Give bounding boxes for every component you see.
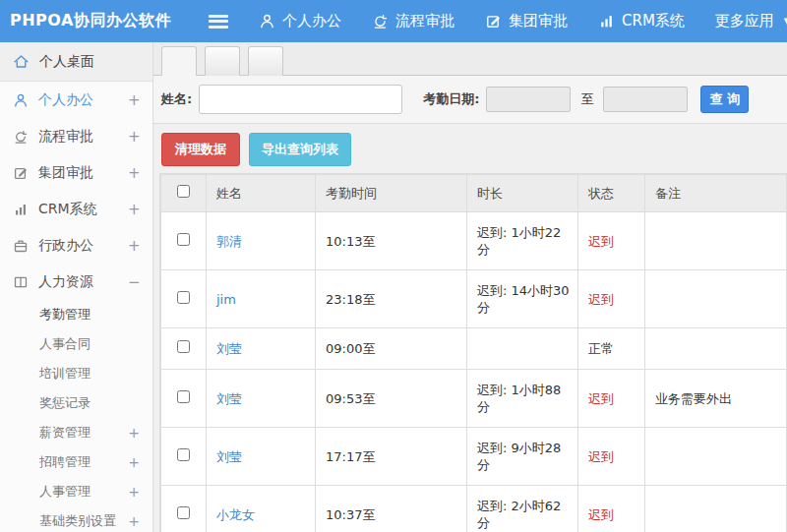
expand-toggle-icon[interactable]: + (128, 91, 140, 109)
nav-item[interactable]: CRM系统 (598, 12, 685, 30)
employee-name-link[interactable]: 郭清 (216, 234, 242, 249)
sidebar-submenu-item[interactable]: 考勤管理 (0, 300, 152, 329)
sidebar-menu: 个人办公 + 流程审批 + 集团审批 + CRM系统 + 行政办公 + 人力资源… (0, 82, 152, 300)
expand-toggle-icon[interactable]: + (128, 454, 140, 470)
sidebar-submenu-item[interactable]: 奖惩记录 (0, 388, 152, 418)
attendance-time-cell: 23:18至 (316, 270, 467, 328)
submenu-item-label: 培训管理 (39, 365, 91, 383)
table-row: 刘莹 09:00至 正常 (161, 328, 787, 370)
status-cell: 正常 (578, 328, 645, 370)
sidebar-item-label: 行政办公 (38, 237, 93, 255)
row-checkbox[interactable] (177, 390, 190, 403)
search-button[interactable]: 查 询 (700, 86, 749, 113)
submenu-item-label: 考勤管理 (39, 306, 91, 324)
clear-data-button[interactable]: 清理数据 (161, 133, 240, 166)
submenu-item-label: 人事合同 (39, 335, 91, 353)
row-checkbox-cell (161, 486, 207, 532)
sidebar-submenu-item[interactable]: 薪资管理 + (0, 418, 152, 447)
main-content: 姓名: 考勤日期: 至 查 询 清理数据 导出查询列表 姓名考勤 (153, 42, 787, 532)
select-all-cell (161, 175, 207, 212)
chart-icon (13, 202, 29, 217)
tab[interactable] (161, 46, 197, 77)
expand-toggle-icon[interactable]: + (128, 425, 140, 441)
submenu-item-label: 基础类别设置 (39, 512, 116, 530)
sidebar-submenu-item[interactable]: 基础类别设置 + (0, 506, 152, 532)
tab[interactable] (248, 46, 283, 76)
status-cell: 迟到 (578, 370, 645, 428)
status-text: 迟到 (588, 449, 614, 464)
table-row: 郭清 10:13至 迟到: 1小时22分 迟到 (161, 212, 787, 270)
search-form: 姓名: 考勤日期: 至 查 询 (153, 76, 787, 124)
sidebar-submenu-item[interactable]: 人事管理 + (0, 477, 152, 506)
action-toolbar: 清理数据 导出查询列表 (161, 133, 779, 166)
user-icon (13, 92, 29, 108)
submenu-item-label: 人事管理 (39, 483, 91, 501)
nav-item-label: 个人办公 (282, 12, 341, 30)
table-row: jim 23:18至 迟到: 14小时30分 迟到 (161, 270, 787, 328)
name-input[interactable] (199, 85, 402, 114)
date-to-input[interactable] (603, 87, 688, 112)
export-list-button[interactable]: 导出查询列表 (249, 133, 351, 166)
sidebar-item-desktop[interactable]: 个人桌面 (0, 42, 152, 82)
employee-name-link[interactable]: 刘莹 (216, 341, 242, 356)
expand-toggle-icon[interactable]: + (128, 201, 140, 218)
table-row: 刘莹 09:53至 迟到: 1小时88分 迟到 业务需要外出 (161, 370, 787, 428)
employee-name-link[interactable]: 刘莹 (216, 391, 242, 406)
to-label: 至 (580, 90, 593, 108)
expand-toggle-icon[interactable]: + (128, 164, 140, 182)
sidebar-item[interactable]: 个人办公 + (0, 82, 152, 118)
sidebar-item[interactable]: 集团审批 + (0, 154, 152, 191)
sidebar: 个人桌面 个人办公 + 流程审批 + 集团审批 + CRM系统 + 行政办公 +… (0, 42, 153, 532)
sidebar-item[interactable]: CRM系统 + (0, 191, 152, 227)
nav-item[interactable]: 流程审批 (372, 12, 454, 30)
duration-cell (467, 328, 578, 370)
sidebar-submenu: 考勤管理 人事合同 培训管理 奖惩记录 薪资管理 + 招聘管理 + 人事管理 +… (0, 300, 152, 532)
expand-toggle-icon[interactable]: + (128, 513, 140, 529)
employee-name-link[interactable]: 刘莹 (216, 449, 242, 464)
date-from-input[interactable] (486, 87, 571, 112)
expand-toggle-icon[interactable]: + (128, 128, 140, 146)
attendance-time-cell: 17:17至 (316, 428, 467, 486)
sidebar-submenu-item[interactable]: 招聘管理 + (0, 447, 152, 477)
employee-name-link[interactable]: jim (216, 292, 236, 307)
select-all-checkbox[interactable] (177, 185, 190, 198)
nav-item[interactable]: 集团审批 (485, 12, 568, 30)
attendance-time-cell: 09:00至 (316, 328, 467, 370)
sidebar-submenu-item[interactable]: 人事合同 (0, 329, 152, 359)
table-row: 刘莹 17:17至 迟到: 9小时28分 迟到 (161, 428, 787, 486)
nav-item-label: 集团审批 (509, 12, 568, 30)
status-cell: 迟到 (578, 486, 645, 532)
employee-name-link[interactable]: 小龙女 (216, 507, 255, 522)
tab[interactable] (205, 46, 240, 76)
nav-item[interactable]: 更多应用 (715, 12, 774, 30)
sidebar-item[interactable]: 行政办公 + (0, 227, 152, 264)
expand-toggle-icon[interactable]: + (128, 237, 140, 255)
nav-menu: 个人办公 流程审批 集团审批 CRM系统 更多应用 (228, 12, 774, 30)
row-checkbox-cell (161, 370, 207, 428)
attendance-time-cell: 10:13至 (316, 212, 467, 270)
sidebar-item-label: 个人桌面 (39, 53, 94, 71)
status-text: 迟到 (588, 391, 614, 406)
home-icon (13, 53, 30, 70)
row-checkbox[interactable] (177, 340, 190, 353)
attendance-time-cell: 09:53至 (316, 370, 467, 428)
status-text: 正常 (588, 341, 614, 356)
duration-cell: 迟到: 9小时28分 (467, 428, 578, 486)
expand-toggle-icon[interactable]: − (128, 273, 140, 291)
sidebar-item[interactable]: 流程审批 + (0, 118, 152, 154)
nav-item[interactable]: 个人办公 (259, 12, 341, 30)
sidebar-item-label: CRM系统 (38, 201, 97, 218)
hamburger-menu-icon[interactable] (209, 15, 228, 29)
note-cell: 业务需要外出 (645, 370, 787, 428)
app-title: PHPOA协同办公软件 (0, 11, 209, 31)
sidebar-item-label: 流程审批 (38, 128, 93, 146)
row-checkbox[interactable] (177, 448, 190, 461)
column-header: 备注 (645, 175, 787, 212)
sidebar-submenu-item[interactable]: 培训管理 (0, 359, 152, 388)
expand-toggle-icon[interactable]: + (128, 484, 140, 500)
status-cell: 迟到 (578, 212, 645, 270)
sidebar-item[interactable]: 人力资源 − (0, 264, 152, 300)
row-checkbox[interactable] (177, 506, 190, 519)
row-checkbox[interactable] (177, 233, 190, 246)
row-checkbox[interactable] (177, 291, 190, 304)
